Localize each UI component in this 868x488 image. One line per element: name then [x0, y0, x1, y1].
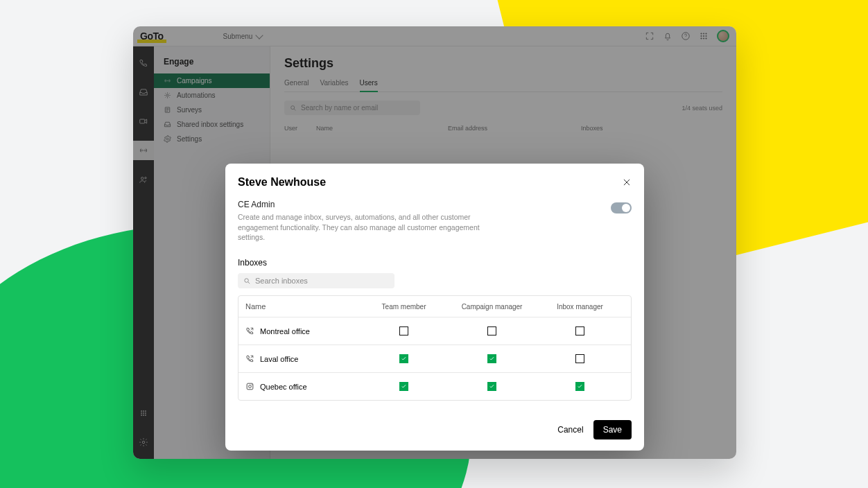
inbox-name: Laval office [245, 354, 360, 363]
checkbox[interactable] [487, 326, 496, 336]
close-button[interactable] [622, 177, 632, 187]
inbox-row: Quebec office [238, 372, 631, 400]
perm-col-team: Team member [360, 303, 448, 311]
cancel-button[interactable]: Cancel [557, 425, 583, 435]
checkbox[interactable] [575, 382, 584, 391]
svg-point-29 [245, 278, 249, 282]
ce-admin-toggle[interactable] [611, 202, 632, 214]
svg-point-31 [249, 385, 252, 388]
inbox-search-input[interactable]: Search inboxes [238, 273, 394, 288]
inbox-row: Laval office [238, 345, 631, 372]
checkbox[interactable] [487, 382, 496, 391]
app-window: GoTo Submenu Engage Campaigns [133, 26, 736, 459]
perm-col-campaign: Campaign manager [448, 303, 536, 311]
permissions-header-row: Name Team member Campaign manager Inbox … [238, 296, 631, 317]
svg-point-32 [252, 384, 252, 385]
perm-col-name: Name [245, 302, 360, 311]
inboxes-heading: Inboxes [238, 258, 632, 268]
checkbox[interactable] [575, 326, 584, 336]
checkbox[interactable] [575, 354, 584, 363]
inbox-name: Quebec office [245, 382, 360, 391]
inbox-row: Montreal office [238, 317, 631, 345]
inbox-search-placeholder: Search inboxes [255, 277, 308, 285]
checkbox[interactable] [399, 354, 408, 363]
checkbox[interactable] [399, 382, 408, 391]
inbox-permissions-table: Name Team member Campaign manager Inbox … [238, 295, 632, 401]
role-description: Create and manage inbox, surveys, automa… [238, 212, 501, 243]
inbox-name: Montreal office [245, 326, 360, 336]
role-title: CE Admin [238, 200, 501, 209]
checkbox[interactable] [487, 354, 496, 363]
perm-col-inbox: Inbox manager [536, 303, 624, 311]
save-button[interactable]: Save [593, 420, 632, 439]
checkbox[interactable] [399, 326, 408, 336]
modal-title: Steve Newhouse [238, 176, 326, 189]
user-permissions-modal: Steve Newhouse CE Admin Create and manag… [225, 164, 644, 451]
